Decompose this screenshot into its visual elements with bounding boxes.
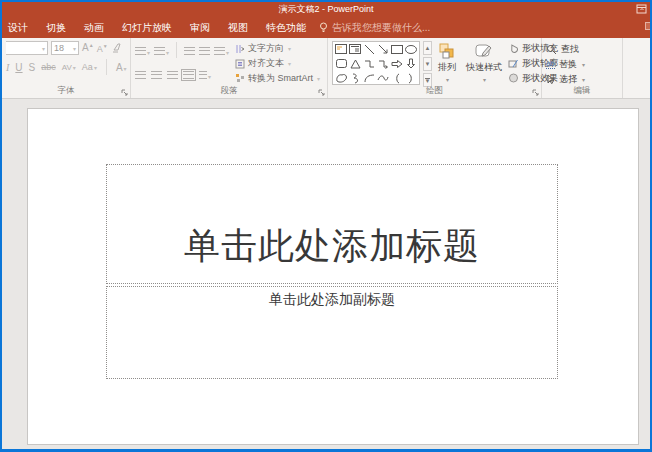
elbow-arrow-connector-shape-icon[interactable]: [376, 57, 390, 72]
cursor-select-icon: [546, 74, 555, 85]
font-dialog-launcher-icon[interactable]: [121, 89, 128, 96]
shape-effects-icon: [508, 73, 519, 83]
font-size-combo[interactable]: 18: [51, 41, 79, 55]
tab-design[interactable]: 设计: [0, 18, 37, 38]
tab-view[interactable]: 视图: [219, 18, 257, 38]
align-text-icon: [235, 59, 245, 69]
scribble-shape-icon[interactable]: [348, 71, 362, 86]
clear-formatting-icon[interactable]: [111, 43, 122, 53]
arc-shape-icon[interactable]: [362, 71, 376, 86]
powerpoint-window: 演示文稿2 - PowerPoint 设计 切换 动画 幻灯片放映 审阅 视图 …: [0, 0, 652, 452]
font-group-label: 字体: [2, 85, 130, 97]
shapes-scroll-up-icon[interactable]: ▲: [423, 41, 432, 55]
underline-button[interactable]: U: [15, 62, 22, 73]
elbow-connector-shape-icon[interactable]: [362, 57, 376, 72]
editing-group-label: 编辑: [542, 85, 622, 97]
triangle-shape-icon[interactable]: [348, 57, 362, 72]
rectangle-shape-icon[interactable]: [390, 42, 404, 57]
shapes-gallery[interactable]: [332, 41, 420, 85]
align-center-icon[interactable]: [151, 65, 162, 83]
tab-special-features[interactable]: 特色功能: [257, 18, 315, 38]
tab-transitions[interactable]: 切换: [37, 18, 75, 38]
quick-styles-button[interactable]: 快速样式: [462, 41, 506, 85]
editing-group: 查找 ab 替换 选择 编辑: [542, 38, 623, 98]
arrow-shape-icon[interactable]: [376, 42, 390, 57]
line-spacing-button[interactable]: [214, 41, 229, 59]
font-color-button[interactable]: A: [116, 62, 127, 73]
ribbon-tab-row: 设计 切换 动画 幻灯片放映 审阅 视图 特色功能 告诉我您想要做什么...: [2, 17, 650, 38]
columns-button[interactable]: [199, 65, 211, 83]
tab-review[interactable]: 审阅: [181, 18, 219, 38]
align-right-icon[interactable]: [167, 65, 178, 83]
font-name-combo[interactable]: [6, 41, 48, 55]
ribbon-display-options-icon[interactable]: [636, 4, 647, 14]
tab-animations[interactable]: 动画: [75, 18, 113, 38]
quick-styles-icon: [475, 43, 493, 59]
title-placeholder-text: 单击此处添加标题: [184, 222, 480, 271]
justify-icon[interactable]: [183, 65, 194, 83]
tab-slideshow[interactable]: 幻灯片放映: [113, 18, 181, 38]
title-textbox-shape-icon[interactable]: [334, 42, 348, 57]
paragraph-dialog-launcher-icon[interactable]: [318, 89, 325, 96]
tell-me-box[interactable]: 告诉我您想要做什么...: [319, 21, 430, 35]
align-text-button[interactable]: 对齐文本: [235, 57, 320, 71]
paragraph-group-label: 段落: [131, 85, 327, 97]
decrease-indent-icon[interactable]: [184, 41, 195, 59]
replace-icon: ab: [546, 59, 555, 69]
font-group: 18 A▲ A▼ I U S abc AV Aa A 字体: [2, 38, 131, 98]
oval-shape-icon[interactable]: [404, 42, 418, 57]
slide-canvas[interactable]: 单击此处添加标题 单击此处添加副标题: [27, 108, 639, 445]
text-direction-button[interactable]: 文字方向: [235, 42, 320, 56]
title-placeholder[interactable]: 单击此处添加标题: [106, 164, 558, 284]
window-title: 演示文稿2 - PowerPoint: [278, 3, 373, 16]
change-case-button[interactable]: Aa: [82, 62, 97, 72]
right-brace-shape-icon[interactable]: [404, 71, 418, 86]
account-partial-icon: [645, 22, 652, 30]
right-arrow-shape-icon[interactable]: [390, 57, 404, 72]
drawing-group: ▲ ▼ ▼ 排列 快速样式 形状填充 形状轮廓: [328, 38, 542, 98]
shape-outline-icon: [508, 59, 519, 69]
convert-to-smartart-button[interactable]: 转换为 SmartArt: [235, 71, 320, 85]
shape-fill-icon: [508, 44, 519, 54]
drawing-dialog-launcher-icon[interactable]: [532, 89, 539, 96]
replace-button[interactable]: ab 替换: [546, 57, 619, 71]
left-brace-shape-icon[interactable]: [390, 71, 404, 86]
text-shadow-button[interactable]: S: [29, 62, 36, 73]
increase-indent-icon[interactable]: [199, 41, 210, 59]
titlebar: 演示文稿2 - PowerPoint: [2, 2, 650, 17]
search-icon: [546, 44, 557, 55]
tell-me-placeholder: 告诉我您想要做什么...: [332, 21, 430, 35]
select-button[interactable]: 选择: [546, 72, 619, 86]
strikethrough-button[interactable]: abc: [41, 62, 56, 72]
grow-font-button[interactable]: A▲: [82, 42, 94, 53]
down-arrow-shape-icon[interactable]: [404, 57, 418, 72]
italic-button[interactable]: I: [6, 62, 9, 73]
subtitle-placeholder[interactable]: 单击此处添加副标题: [106, 286, 558, 379]
smartart-icon: [235, 73, 245, 83]
rounded-rectangle-shape-icon[interactable]: [334, 57, 348, 72]
find-button[interactable]: 查找: [546, 42, 619, 56]
subtitle-placeholder-text: 单击此处添加副标题: [269, 291, 395, 307]
ribbon: 18 A▲ A▼ I U S abc AV Aa A 字体: [2, 38, 650, 99]
numbering-button[interactable]: [154, 41, 169, 59]
paragraph-group: 文字方向 对齐文本 转换为 SmartArt 段落: [131, 38, 328, 98]
align-left-icon[interactable]: [135, 65, 146, 83]
freeform-shape-icon[interactable]: [334, 71, 348, 86]
character-spacing-button[interactable]: AV: [62, 63, 76, 72]
text-direction-icon: [235, 44, 245, 54]
shrink-font-button[interactable]: A▼: [97, 43, 108, 54]
drawing-group-label: 绘图: [328, 85, 541, 97]
bullets-button[interactable]: [135, 41, 150, 59]
arrange-button[interactable]: 排列: [434, 41, 460, 85]
content-textbox-shape-icon[interactable]: [348, 42, 362, 57]
divider: [176, 42, 177, 58]
lightbulb-icon: [319, 22, 328, 33]
divider: [106, 59, 107, 75]
arrange-icon: [439, 43, 455, 59]
slide-workspace: 单击此处添加标题 单击此处添加副标题: [2, 99, 650, 449]
curve-shape-icon[interactable]: [376, 71, 390, 86]
shapes-scroll-down-icon[interactable]: ▼: [423, 57, 432, 71]
line-shape-icon[interactable]: [362, 42, 376, 57]
